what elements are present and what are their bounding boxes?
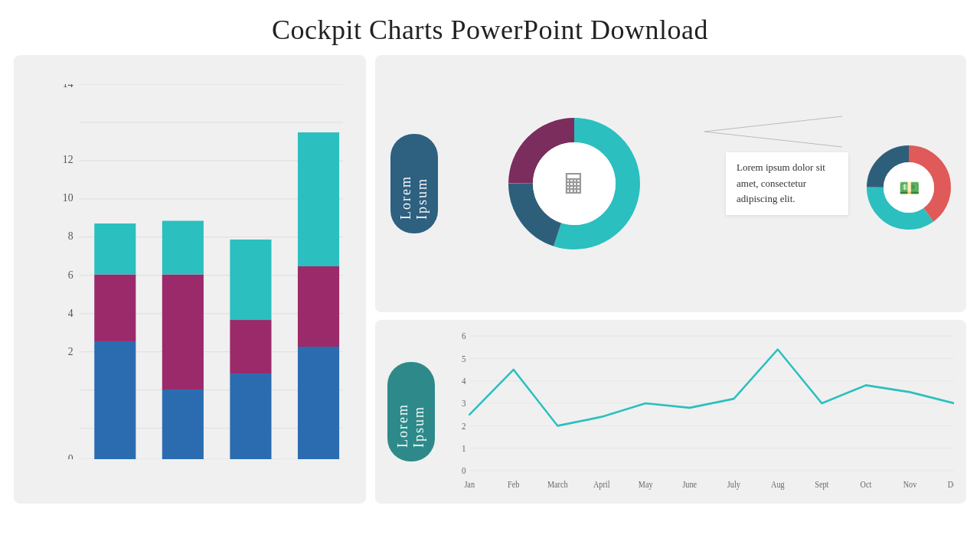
svg-text:March: March [547,479,568,489]
svg-text:10: 10 [63,191,74,204]
tooltip-box: Lorem ipsum dolor sit amet, consectetur … [726,152,848,215]
svg-line-45 [704,116,842,132]
svg-rect-19 [94,341,136,459]
page-title: Cockpit Charts PowerPoint Download [0,0,980,55]
svg-text:2: 2 [68,344,74,357]
top-pill-label: Lorem Ipsum [390,134,438,233]
svg-text:5: 5 [462,353,466,364]
donut-small: 💵 [859,138,951,230]
svg-text:6: 6 [462,331,466,342]
bar-chart-area: 14 12 10 8 6 4 2 0 [57,84,343,459]
svg-rect-22 [162,390,204,459]
svg-text:Sept: Sept [815,479,829,489]
svg-text:1: 1 [462,442,466,454]
top-right-panel: Lorem Ipsum 🖩 [375,55,966,312]
svg-text:💵: 💵 [899,178,920,198]
svg-text:Dec: Dec [948,479,954,489]
svg-text:June: June [682,479,697,489]
svg-text:Nov: Nov [903,479,917,489]
svg-text:12: 12 [63,153,74,166]
svg-text:4: 4 [462,375,466,386]
svg-text:May: May [639,479,653,489]
svg-text:April: April [593,479,610,489]
svg-text:0: 0 [68,452,74,459]
line-chart-wrap: 6 5 4 3 2 1 0 Jan Feb March April May Ju… [441,328,954,496]
line-chart-svg: 6 5 4 3 2 1 0 Jan Feb March April May Ju… [441,328,954,496]
svg-text:🖩: 🖩 [560,169,588,200]
bottom-right-panel: Lorem Ipsum 6 5 4 3 [375,320,966,504]
svg-text:6: 6 [68,268,74,281]
svg-text:July: July [727,479,740,489]
svg-rect-24 [162,221,204,275]
svg-rect-28 [298,347,339,459]
svg-rect-20 [94,275,136,341]
donut-main-svg: 🖩 [494,103,655,264]
bar-chart-svg: 14 12 10 8 6 4 2 0 [57,84,343,459]
svg-rect-21 [94,223,136,274]
tooltip-text: Lorem ipsum dolor sit amet, consectetur … [737,161,825,205]
svg-text:3: 3 [462,398,466,409]
svg-rect-27 [230,240,271,320]
svg-rect-30 [298,132,339,266]
svg-rect-26 [230,320,271,373]
svg-rect-25 [230,373,271,459]
bar-chart-panel: 14 12 10 8 6 4 2 0 [14,55,366,504]
donut-main-area: 🖩 [446,103,703,264]
donut-small-svg: 💵 [859,138,959,237]
donut-small-wrap: Lorem ipsum dolor sit amet, consectetur … [726,138,951,230]
svg-text:Oct: Oct [861,479,873,489]
bar-chart-wrap: 14 12 10 8 6 4 2 0 [29,77,351,482]
svg-text:4: 4 [68,306,74,319]
bottom-pill-label: Lorem Ipsum [387,362,435,461]
svg-text:Feb: Feb [508,479,520,489]
svg-rect-29 [298,266,339,347]
svg-text:2: 2 [462,420,466,432]
svg-text:0: 0 [462,465,466,477]
right-panel: Lorem Ipsum 🖩 [375,55,966,504]
main-layout: 14 12 10 8 6 4 2 0 [0,55,980,514]
svg-text:Jan: Jan [464,479,475,489]
svg-rect-23 [162,275,204,390]
svg-text:Aug: Aug [771,479,785,489]
svg-text:8: 8 [68,230,74,243]
svg-text:14: 14 [63,84,74,90]
